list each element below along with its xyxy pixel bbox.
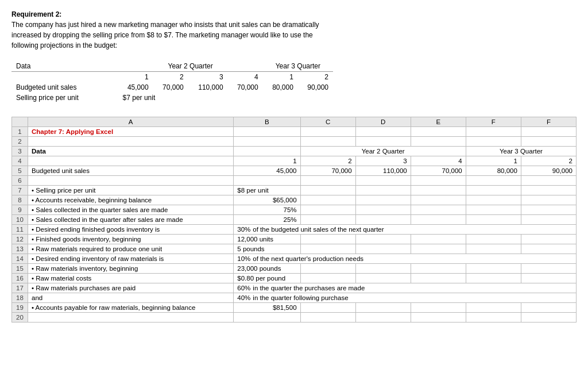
top-table-sub5: 1 bbox=[263, 72, 298, 83]
row-number: 13 bbox=[12, 244, 28, 254]
cell-e bbox=[411, 303, 466, 313]
cell-f2 bbox=[521, 303, 576, 313]
row-number: 12 bbox=[12, 235, 28, 244]
requirement-title: Requirement 2: bbox=[11, 10, 61, 18]
cell-a: • Accounts payable for raw materials, be… bbox=[28, 303, 234, 313]
top-table-data-header: Data bbox=[11, 61, 118, 72]
row-number: 5 bbox=[12, 166, 28, 176]
cell-a bbox=[28, 137, 234, 147]
cell-f1: 80,000 bbox=[466, 166, 521, 176]
cell-f2 bbox=[521, 137, 576, 147]
cell-c bbox=[300, 303, 355, 313]
top-row2-empty2 bbox=[228, 93, 263, 103]
top-row2-empty4 bbox=[298, 93, 333, 103]
cell-c bbox=[300, 176, 355, 186]
table-row: 6 bbox=[12, 176, 577, 186]
cell-f2 bbox=[521, 235, 576, 244]
cell-d bbox=[355, 186, 411, 195]
cell-d bbox=[355, 244, 411, 254]
cell-e bbox=[411, 195, 466, 205]
cell-a: • Selling price per unit bbox=[28, 186, 234, 195]
cell-c bbox=[300, 127, 355, 137]
cell-a: • Raw material costs bbox=[28, 274, 234, 283]
cell-f1 bbox=[466, 137, 521, 147]
top-table-year3-header: Year 3 Quarter bbox=[263, 61, 333, 72]
table-row: 9• Sales collected in the quarter sales … bbox=[12, 205, 577, 215]
spreadsheet-table: A B C D E F F 1Chapter 7: Applying Excel… bbox=[11, 117, 577, 323]
cell-c bbox=[300, 137, 355, 147]
cell-f1 bbox=[466, 176, 521, 186]
requirement-section: Requirement 2: The company has just hire… bbox=[11, 9, 402, 51]
table-row: 16• Raw material costs$0.80 per pound bbox=[12, 274, 577, 283]
table-row: 5Budgeted unit sales45,00070,000110,0007… bbox=[12, 166, 577, 176]
col-header-a: A bbox=[28, 117, 234, 127]
cell-e bbox=[411, 244, 466, 254]
cell-c bbox=[300, 244, 355, 254]
top-row2-empty3 bbox=[263, 93, 298, 103]
top-table-empty bbox=[118, 61, 153, 72]
row-number: 19 bbox=[12, 303, 28, 313]
table-row: 20 bbox=[12, 313, 577, 323]
cell-b: 23,000 pounds bbox=[234, 264, 300, 274]
cell-d bbox=[355, 127, 411, 137]
cell-d bbox=[355, 313, 411, 323]
cell-b: 45,000 bbox=[234, 166, 300, 176]
cell-f2 bbox=[521, 195, 576, 205]
cell-f2 bbox=[521, 127, 576, 137]
col-header-b: B bbox=[234, 117, 300, 127]
cell-c bbox=[300, 313, 355, 323]
cell-b bbox=[234, 176, 300, 186]
cell-b-span: 40% in the quarter following purchase bbox=[234, 293, 577, 303]
top-table-sub1: 1 bbox=[118, 72, 153, 83]
cell-a bbox=[28, 156, 234, 166]
cell-a bbox=[28, 313, 234, 323]
cell-c bbox=[300, 235, 355, 244]
top-data-table: Data Year 2 Quarter Year 3 Quarter 1 2 3… bbox=[11, 61, 333, 103]
cell-b bbox=[234, 127, 300, 137]
cell-f1 bbox=[466, 186, 521, 195]
cell-d bbox=[355, 264, 411, 274]
row-number: 14 bbox=[12, 254, 28, 264]
cell-f1 bbox=[466, 313, 521, 323]
row-number: 6 bbox=[12, 176, 28, 186]
cell-e: 4 bbox=[411, 156, 466, 166]
cell-c bbox=[300, 186, 355, 195]
top-row1-val2: 70,000 bbox=[153, 82, 188, 93]
top-table-empty2 bbox=[228, 61, 263, 72]
cell-f1 bbox=[466, 303, 521, 313]
cell-b: $65,000 bbox=[234, 195, 300, 205]
row-number: 3 bbox=[12, 147, 28, 156]
cell-a: and bbox=[28, 293, 234, 303]
table-row: 13• Raw materials required to produce on… bbox=[12, 244, 577, 254]
top-row2-val1: $7 per unit bbox=[118, 93, 188, 103]
cell-b-span: 10% of the next quarter's production nee… bbox=[234, 254, 577, 264]
cell-f1 bbox=[466, 215, 521, 225]
top-table-sub3: 3 bbox=[188, 72, 228, 83]
cell-b-span: 30% of the budgeted unit sales of the ne… bbox=[234, 225, 577, 235]
row-number: 20 bbox=[12, 313, 28, 323]
top-table-sub4: 4 bbox=[228, 72, 263, 83]
cell-c bbox=[300, 274, 355, 283]
cell-b: 12,000 units bbox=[234, 235, 300, 244]
top-row1-val4: 70,000 bbox=[228, 82, 263, 93]
cell-b: 1 bbox=[234, 156, 300, 166]
cell-e bbox=[411, 264, 466, 274]
cell-e bbox=[411, 274, 466, 283]
col-header-e: E bbox=[411, 117, 466, 127]
cell-a: Budgeted unit sales bbox=[28, 166, 234, 176]
cell-f1 bbox=[466, 127, 521, 137]
cell-a: • Raw materials required to produce one … bbox=[28, 244, 234, 254]
cell-d bbox=[355, 274, 411, 283]
cell-a: • Accounts receivable, beginning balance bbox=[28, 195, 234, 205]
cell-c bbox=[300, 215, 355, 225]
cell-a: Chapter 7: Applying Excel bbox=[28, 127, 234, 137]
table-row: 1Chapter 7: Applying Excel bbox=[12, 127, 577, 137]
cell-f1 bbox=[466, 205, 521, 215]
cell-d bbox=[355, 176, 411, 186]
table-row: 14• Desired ending inventory of raw mate… bbox=[12, 254, 577, 264]
cell-f2: 90,000 bbox=[521, 166, 576, 176]
table-row: 19• Accounts payable for raw materials, … bbox=[12, 303, 577, 313]
cell-e bbox=[411, 137, 466, 147]
row-number: 10 bbox=[12, 215, 28, 225]
cell-a: Data bbox=[28, 147, 234, 156]
